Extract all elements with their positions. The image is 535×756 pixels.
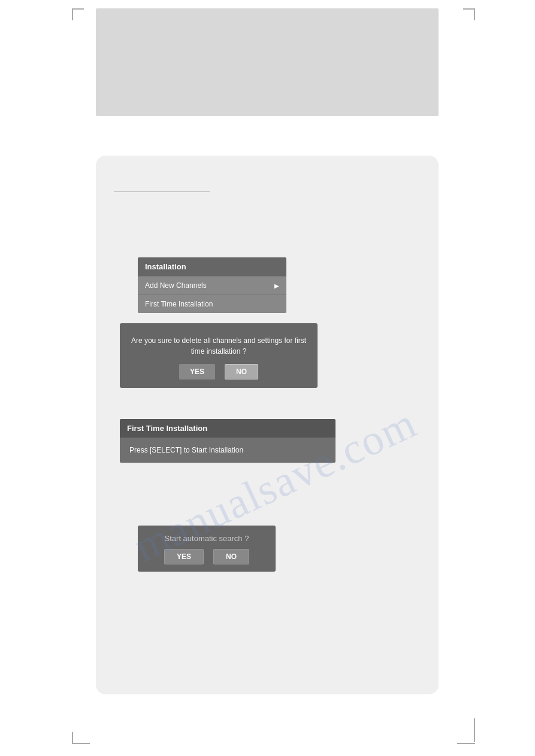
menu-item-add-channels[interactable]: Add New Channels ▶ (138, 276, 286, 294)
corner-mark-tr-v (474, 8, 475, 20)
confirm-no-button[interactable]: NO (225, 364, 258, 379)
confirm-buttons: YES NO (129, 364, 308, 379)
autosearch-no-button[interactable]: NO (213, 549, 249, 564)
autosearch-question: Start automatic search ? (147, 534, 266, 543)
menu-item-add-channels-label: Add New Channels (145, 281, 207, 290)
fti-body: Press [SELECT] to Start Installation (120, 438, 335, 463)
fti-box: First Time Installation Press [SELECT] t… (120, 419, 335, 463)
corner-mark-tl-h (72, 8, 84, 10)
confirm-yes-button[interactable]: YES (179, 364, 215, 379)
corner-mark-tr-h (463, 8, 475, 10)
autosearch-yes-button[interactable]: YES (164, 549, 204, 564)
autosearch-dialog: Start automatic search ? YES NO (138, 526, 276, 572)
top-banner (96, 8, 439, 116)
corner-mark-bl-v (72, 732, 73, 744)
card-divider (114, 192, 210, 192)
menu-item-first-time[interactable]: First Time Installation (138, 294, 286, 313)
installation-menu-header: Installation (138, 257, 286, 276)
confirm-message: Are you sure to delete all channels and … (129, 335, 308, 357)
autosearch-buttons: YES NO (147, 549, 266, 564)
arrow-icon: ▶ (274, 283, 279, 289)
corner-mark-br-h (457, 743, 475, 744)
main-card: Installation Add New Channels ▶ First Ti… (96, 156, 439, 694)
corner-mark-bl-h (72, 743, 90, 744)
corner-mark-tl-v (72, 8, 73, 20)
installation-menu: Installation Add New Channels ▶ First Ti… (138, 257, 286, 313)
menu-item-first-time-label: First Time Installation (145, 300, 213, 308)
right-border-mark (474, 718, 475, 742)
fti-header: First Time Installation (120, 419, 335, 438)
confirm-dialog: Are you sure to delete all channels and … (120, 323, 318, 388)
